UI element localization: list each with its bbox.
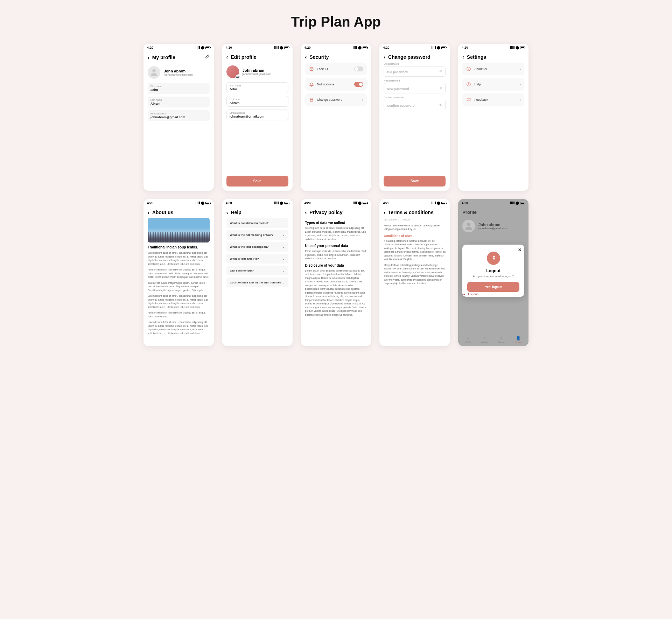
back-icon[interactable]: ‹	[305, 210, 307, 215]
faq-item-3[interactable]: What is the tour description?⌄	[226, 242, 288, 252]
about-image	[148, 218, 210, 242]
face-id-toggle[interactable]	[354, 66, 363, 71]
screen-change-password: 4:20⬤ ‹ Change password Old password Old…	[379, 44, 450, 191]
screen-title: Privacy policy	[309, 210, 367, 215]
chevron-right-icon: ›	[523, 293, 524, 296]
modal-title: Logout	[467, 268, 519, 273]
faq-item-5[interactable]: Can I define tour?⌄	[226, 266, 288, 275]
back-icon[interactable]: ‹	[226, 54, 228, 60]
screen-title: My profile	[152, 55, 202, 60]
svg-rect-4	[310, 99, 313, 101]
tab-wishlist[interactable]: ♡Wishlist	[481, 336, 488, 343]
screen-about: 4:20⬤ ‹ About us Traditional indian soup…	[144, 199, 214, 346]
input-new-password[interactable]: New password 👁	[384, 83, 446, 93]
row-face-id[interactable]: Face ID	[305, 63, 367, 75]
faq-item-4[interactable]: What is tour and trip?⌄	[226, 254, 288, 263]
eye-icon[interactable]: 👁	[439, 86, 442, 90]
chevron-right-icon: ›	[520, 83, 521, 86]
privacy-h1: Types of data we collect	[305, 221, 367, 225]
conditions-heading: Conditions of Uses	[384, 234, 446, 238]
svg-point-2	[310, 68, 311, 69]
help-icon	[466, 82, 471, 87]
input-first-name[interactable]: First name John	[226, 82, 288, 93]
page-title: Trip Plan App	[14, 14, 658, 30]
faq-item-1[interactable]: What is considered a recipe?⌃	[226, 218, 288, 228]
save-button[interactable]: Save	[384, 176, 446, 187]
logout-icon: ⇥	[462, 293, 465, 296]
chat-icon	[466, 97, 471, 103]
chevron-right-icon: ›	[520, 67, 521, 71]
lock-icon	[309, 97, 314, 103]
screen-my-profile: 4:20 ⬤ ‹ My profile John abram johnabram…	[144, 44, 214, 191]
about-p1: Lorem ipsum dolor sit amet, consectetur …	[148, 251, 210, 266]
about-heading: Traditional indian soup lentils.	[148, 245, 210, 249]
info-icon	[466, 66, 471, 72]
eye-icon[interactable]: 👁	[439, 103, 442, 107]
screen-title: Terms & conditions	[388, 210, 446, 215]
camera-icon[interactable]: 📷	[236, 75, 240, 79]
edit-icon[interactable]	[205, 54, 210, 61]
chevron-right-icon: ›	[520, 98, 521, 102]
logout-icon	[487, 252, 500, 265]
avatar	[462, 220, 475, 232]
privacy-h3: Disclosure of your data	[305, 263, 367, 267]
tab-home[interactable]: ⌂Home	[465, 336, 471, 343]
profile-email: johnabram@gmail.com	[164, 73, 192, 76]
faq-item-2[interactable]: What is the full meaning of tour?⌄	[226, 230, 288, 240]
tab-profile[interactable]: 👤Profile	[516, 336, 522, 343]
chevron-right-icon: ›	[362, 98, 363, 102]
close-icon[interactable]: ✕	[518, 247, 522, 252]
about-p6: Lorem ipsum dolor sit amet, consectetur …	[148, 321, 210, 335]
profile-summary: John abram johnabram@gmail.com	[148, 66, 210, 79]
back-icon[interactable]: ‹	[226, 210, 228, 215]
row-feedback[interactable]: Feedback ›	[462, 93, 524, 106]
statusbar: 4:20⬤	[222, 44, 293, 51]
screen-title: About us	[152, 210, 210, 215]
back-icon[interactable]: ‹	[305, 54, 307, 60]
input-old-password[interactable]: Old password 👁	[384, 66, 446, 77]
modal-subtitle: Are you sure you want to logout?	[467, 275, 519, 278]
screen-title: Change password	[388, 54, 446, 60]
svg-point-6	[467, 83, 471, 86]
back-icon[interactable]: ‹	[462, 54, 464, 60]
screens-grid: 4:20 ⬤ ‹ My profile John abram johnabram…	[144, 44, 528, 346]
svg-point-7	[467, 223, 470, 226]
notifications-toggle[interactable]	[354, 82, 363, 87]
chevron-up-icon: ⌃	[282, 221, 285, 225]
row-notifications[interactable]: Notifications	[305, 78, 367, 91]
row-logout[interactable]: ⇥ Logout ›	[458, 289, 528, 300]
input-last-name[interactable]: Last name Abram	[226, 96, 288, 107]
input-confirm-password[interactable]: Confirm password 👁	[384, 100, 446, 110]
field-last-name: Last name Abram	[148, 97, 210, 107]
row-about[interactable]: About us ›	[462, 63, 524, 75]
chevron-down-icon: ⌄	[282, 269, 285, 272]
chevron-down-icon: ⌄	[282, 233, 285, 237]
row-change-password[interactable]: Change password ›	[305, 93, 367, 106]
screen-title: Edit profile	[231, 54, 288, 60]
save-button[interactable]: Save	[226, 176, 288, 187]
input-email[interactable]: Email address johnabram@gmail.com	[226, 110, 288, 120]
screen-settings: 4:20⬤ ‹ Settings About us › Help › Feedb…	[458, 44, 528, 191]
screen-help: 4:20⬤ ‹ Help What is considered a recipe…	[222, 199, 293, 346]
back-icon[interactable]: ‹	[384, 210, 385, 215]
bell-icon	[309, 82, 314, 87]
eye-icon[interactable]: 👁	[439, 70, 442, 73]
field-first-name: First name John	[148, 83, 210, 94]
time: 4:20	[147, 46, 153, 49]
tab-trips[interactable]: ✈My trips	[498, 336, 505, 343]
row-help[interactable]: Help ›	[462, 78, 524, 91]
screen-title: Security	[309, 54, 367, 60]
back-icon[interactable]: ‹	[384, 54, 385, 60]
back-icon[interactable]: ‹	[148, 55, 149, 60]
avatar[interactable]: 📷	[226, 65, 239, 78]
back-icon[interactable]: ‹	[148, 210, 149, 215]
profile-header: Profile	[458, 207, 528, 218]
header: ‹ My profile	[144, 51, 214, 63]
face-id-icon	[309, 66, 314, 72]
screen-logout: 4:20⬤ Profile John abram johnabram@gmail…	[458, 199, 528, 346]
chevron-down-icon: ⌄	[282, 257, 285, 260]
faq-item-6[interactable]: Court of India and fill the short online…	[226, 277, 288, 287]
last-update: Last update: 27/12/2023	[384, 218, 446, 222]
screen-edit-profile: 4:20⬤ ‹ Edit profile 📷 John abram johnab…	[222, 44, 293, 191]
screen-security: 4:20⬤ ‹ Security Face ID Notifications C…	[301, 44, 371, 191]
